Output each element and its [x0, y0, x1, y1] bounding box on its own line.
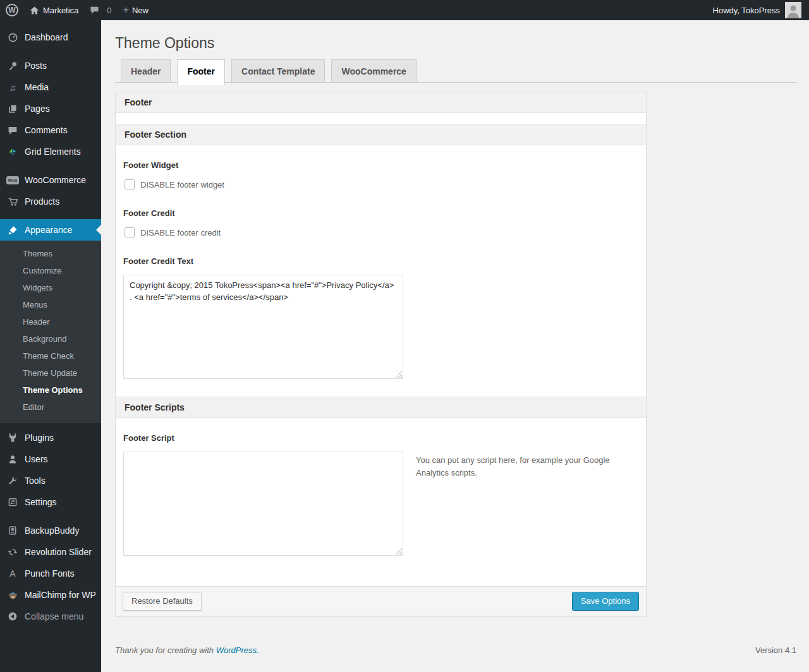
footer-credit-text-label: Footer Credit Text: [123, 256, 637, 266]
sidebar-item-appearance[interactable]: Appearance: [0, 219, 101, 241]
sidebar-item-label: Settings: [25, 497, 57, 507]
plus-icon: [123, 5, 129, 15]
sidebar-item-users[interactable]: Users: [0, 448, 101, 470]
sidebar-item-label: Grid Elements: [25, 147, 81, 157]
sidebar-item-pages[interactable]: Pages: [0, 98, 101, 119]
sidebar-item-label: Pages: [25, 104, 50, 114]
sidebar-item-grid-elements[interactable]: Grid Elements: [0, 141, 101, 162]
panel-spacer: [116, 113, 646, 124]
wordpress-link[interactable]: WordPress.: [216, 645, 259, 655]
footer-scripts-body: Footer Script You can put any script her…: [116, 418, 646, 586]
site-name-label: Marketica: [43, 6, 78, 15]
sidebar-item-revolution-slider[interactable]: Revolution Slider: [0, 541, 101, 563]
admin-bar-right: Howdy, TokoPress: [713, 0, 809, 20]
footer-script-description: You can put any script here, for example…: [416, 454, 612, 479]
posts-icon: [6, 61, 20, 71]
sidebar-item-dashboard[interactable]: Dashboard: [0, 27, 101, 48]
site-name-link[interactable]: Marketica: [24, 0, 84, 20]
submenu-item-themes[interactable]: Themes: [0, 245, 101, 262]
sidebar-item-mailchimp[interactable]: MailChimp for WP: [0, 584, 101, 606]
footer-section-header: Footer Section: [116, 124, 646, 145]
disable-footer-widget-checkbox[interactable]: [125, 179, 135, 189]
sidebar-item-settings[interactable]: Settings: [0, 491, 101, 513]
footer-script-textarea[interactable]: [123, 452, 403, 556]
sidebar-item-label: Users: [25, 454, 48, 464]
sidebar-item-woocommerce[interactable]: Woo WooCommerce: [0, 169, 101, 191]
wordpress-logo-menu[interactable]: [0, 0, 24, 20]
new-label: New: [132, 6, 149, 15]
submenu-item-customize[interactable]: Customize: [0, 262, 101, 279]
home-icon: [30, 6, 39, 15]
comment-bubble-icon: [90, 6, 99, 15]
theme-options-tabs: HeaderFooterContact TemplateWooCommerce: [115, 59, 796, 83]
tab-footer[interactable]: Footer: [177, 59, 225, 85]
submenu-item-menus[interactable]: Menus: [0, 296, 101, 313]
submenu-item-editor[interactable]: Editor: [0, 399, 101, 416]
submenu-item-theme-check[interactable]: Theme Check: [0, 347, 101, 364]
new-content-menu[interactable]: New: [118, 0, 154, 20]
restore-defaults-button[interactable]: Restore Defaults: [123, 592, 202, 611]
comments-admin-bar[interactable]: 0: [84, 0, 117, 20]
footer-options-panel: Footer Footer Section Footer Widget DISA…: [115, 92, 647, 616]
disable-footer-credit-checkbox[interactable]: [125, 227, 135, 237]
admin-bar-left: Marketica 0 New: [0, 0, 154, 20]
sidebar-item-label: BackupBuddy: [25, 525, 79, 536]
version-label: Version 4.1: [755, 645, 796, 655]
admin-bar: Marketica 0 New Howdy, TokoPress: [0, 0, 809, 20]
submenu-item-header[interactable]: Header: [0, 313, 101, 330]
tab-header[interactable]: Header: [121, 59, 171, 82]
sidebar-item-backupbuddy[interactable]: BackupBuddy: [0, 520, 101, 541]
sidebar-item-collapse-menu[interactable]: Collapse menu: [0, 606, 101, 627]
sidebar-item-label: Punch Fonts: [25, 568, 75, 579]
footer-widget-label: Footer Widget: [123, 160, 637, 170]
footer-credit-textarea[interactable]: Copyright &copy; 2015 TokoPress<span><a …: [123, 275, 403, 379]
woocommerce-icon: Woo: [6, 176, 20, 184]
sidebar-item-plugins[interactable]: Plugins: [0, 427, 101, 448]
submenu-item-theme-update[interactable]: Theme Update: [0, 364, 101, 381]
sidebar-item-posts[interactable]: Posts: [0, 55, 101, 76]
page-title: Theme Options: [115, 33, 796, 52]
cart-icon: [6, 196, 20, 207]
submenu-item-theme-options[interactable]: Theme Options: [0, 381, 101, 399]
tab-woocommerce[interactable]: WooCommerce: [331, 59, 416, 82]
media-icon: ♫: [6, 83, 20, 92]
comment-count: 0: [107, 6, 111, 15]
tab-contact-template[interactable]: Contact Template: [231, 59, 325, 82]
user-avatar[interactable]: [785, 2, 801, 18]
collapse-arrow-icon: [6, 611, 20, 621]
disable-footer-credit-label: DISABLE footer credit: [140, 228, 221, 237]
sidebar-item-label: Appearance: [25, 225, 73, 235]
save-options-button[interactable]: Save Options: [572, 592, 639, 611]
footer-box-header: Footer: [116, 92, 646, 113]
sidebar-item-label: Media: [25, 82, 49, 92]
sidebar-item-label: Posts: [25, 61, 47, 71]
sidebar-item-tools[interactable]: Tools: [0, 470, 101, 491]
cycle-arrows-icon: [6, 547, 20, 557]
sidebar-item-label: WooCommerce: [25, 175, 86, 185]
submenu-item-widgets[interactable]: Widgets: [0, 279, 101, 296]
footer-script-row: You can put any script here, for example…: [123, 443, 637, 556]
sidebar-item-label: Plugins: [25, 433, 54, 443]
sidebar-item-comments[interactable]: Comments: [0, 119, 101, 141]
plugin-icon: [6, 433, 20, 443]
howdy-account-link[interactable]: Howdy, TokoPress: [713, 6, 780, 15]
grid-elements-icon: [6, 147, 20, 157]
wrench-icon: [6, 476, 20, 486]
sidebar-item-label: Revolution Slider: [25, 547, 92, 557]
dashboard-icon: [6, 32, 20, 43]
admin-sidebar: Dashboard Posts ♫ Media Pages Comments: [0, 20, 101, 672]
sidebar-item-punch-fonts[interactable]: A Punch Fonts: [0, 563, 101, 584]
sidebar-item-products[interactable]: Products: [0, 191, 101, 212]
footer-script-label: Footer Script: [123, 433, 637, 443]
footer-credit-label: Footer Credit: [123, 208, 637, 218]
sidebar-item-label: Comments: [25, 125, 68, 135]
submenu-item-background[interactable]: Background: [0, 330, 101, 347]
settings-sliders-icon: [6, 497, 20, 507]
sidebar-item-label: Dashboard: [25, 32, 68, 42]
footer-scripts-header: Footer Scripts: [116, 397, 646, 418]
wordpress-logo-icon: [6, 4, 18, 16]
user-icon: [6, 454, 20, 464]
backupbuddy-icon: [6, 525, 20, 536]
disable-footer-widget-label: DISABLE footer widget: [140, 180, 224, 189]
sidebar-item-media[interactable]: ♫ Media: [0, 76, 101, 98]
